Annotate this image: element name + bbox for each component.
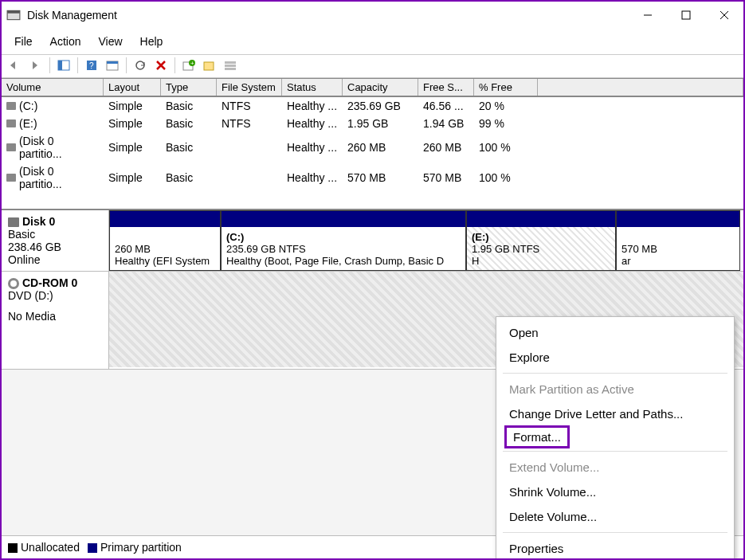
volume-list-body: (C:)SimpleBasicNTFSHealthy ...235.69 GB4… xyxy=(2,97,743,209)
show-hide-tree-button[interactable] xyxy=(55,57,73,74)
header-filesystem[interactable]: File System xyxy=(217,79,282,96)
close-button[interactable] xyxy=(705,2,743,29)
disk-info[interactable]: Disk 0 Basic 238.46 GB Online xyxy=(2,210,109,271)
app-icon xyxy=(6,8,21,22)
volume-row[interactable]: (Disk 0 partitio...SimpleBasicHealthy ..… xyxy=(2,132,743,163)
menubar: FileActionViewHelp xyxy=(2,29,743,55)
header-status[interactable]: Status xyxy=(282,79,343,96)
header-free[interactable]: Free S... xyxy=(418,79,474,96)
volume-row[interactable]: (E:)SimpleBasicNTFSHealthy ...1.95 GB1.9… xyxy=(2,115,743,132)
maximize-button[interactable] xyxy=(667,2,705,29)
forward-button[interactable] xyxy=(27,57,45,74)
drive-icon xyxy=(6,143,16,151)
list-view-button[interactable] xyxy=(222,57,239,74)
context-menu: OpenExploreMark Partition as ActiveChang… xyxy=(496,316,735,560)
disk-name: Disk 0 xyxy=(22,215,55,228)
cdrom-name: CD-ROM 0 xyxy=(22,276,77,289)
header-type[interactable]: Type xyxy=(161,79,217,96)
cdrom-status: No Media xyxy=(8,310,102,323)
menu-view[interactable]: View xyxy=(90,32,130,51)
svg-rect-1 xyxy=(7,10,20,13)
context-menu-format[interactable]: Format... xyxy=(505,426,569,448)
window-root: Disk Management FileActionViewHelp ? + V… xyxy=(0,0,745,560)
partition[interactable]: 260 MBHealthy (EFI System xyxy=(109,210,221,271)
header-volume[interactable]: Volume xyxy=(2,79,104,96)
context-menu-properties[interactable]: Properties xyxy=(496,536,734,560)
svg-rect-19 xyxy=(225,68,236,70)
new-volume-button[interactable]: + xyxy=(180,57,198,74)
partition[interactable]: (E:)1.95 GB NTFSH xyxy=(466,210,616,271)
svg-rect-7 xyxy=(58,61,62,70)
svg-text:+: + xyxy=(190,60,194,67)
disk-row: Disk 0 Basic 238.46 GB Online 260 MBHeal… xyxy=(2,210,743,272)
context-menu-mark-partition-as-active: Mark Partition as Active xyxy=(496,377,734,401)
minimize-button[interactable] xyxy=(629,2,667,29)
format-button[interactable] xyxy=(201,57,218,74)
volume-row[interactable]: (C:)SimpleBasicNTFSHealthy ...235.69 GB4… xyxy=(2,97,743,115)
context-menu-delete-volume[interactable]: Delete Volume... xyxy=(496,504,734,529)
svg-rect-11 xyxy=(107,61,118,64)
disk-partitions: 260 MBHealthy (EFI System(C:)235.69 GB N… xyxy=(109,210,743,271)
cdrom-type: DVD (D:) xyxy=(8,289,102,302)
drive-icon xyxy=(6,119,16,127)
svg-rect-18 xyxy=(225,65,236,67)
volume-list-header: Volume Layout Type File System Status Ca… xyxy=(2,79,743,97)
back-button[interactable] xyxy=(6,57,24,74)
menu-action[interactable]: Action xyxy=(42,32,89,51)
svg-rect-3 xyxy=(682,11,690,19)
cd-icon xyxy=(8,278,19,289)
disk-icon xyxy=(8,217,19,227)
properties-button[interactable] xyxy=(104,57,121,74)
titlebar: Disk Management xyxy=(2,2,743,29)
svg-rect-17 xyxy=(225,61,236,64)
menu-file[interactable]: File xyxy=(6,32,41,51)
refresh-button[interactable] xyxy=(131,57,149,74)
context-menu-change-drive-letter-and-paths[interactable]: Change Drive Letter and Paths... xyxy=(496,401,734,426)
partition[interactable]: 570 MBar xyxy=(616,210,740,271)
context-menu-open[interactable]: Open xyxy=(496,320,734,345)
disk-size: 238.46 GB xyxy=(8,241,102,253)
context-menu-extend-volume: Extend Volume... xyxy=(496,455,734,480)
legend-unallocated: Unallocated xyxy=(8,541,80,554)
disk-status: Online xyxy=(8,253,102,266)
drive-icon xyxy=(6,102,16,110)
context-menu-explore[interactable]: Explore xyxy=(496,345,734,370)
delete-button[interactable] xyxy=(152,57,170,74)
volume-row[interactable]: (Disk 0 partitio...SimpleBasicHealthy ..… xyxy=(2,163,743,193)
svg-rect-16 xyxy=(204,62,214,70)
volume-list: Volume Layout Type File System Status Ca… xyxy=(2,78,743,209)
window-title: Disk Management xyxy=(27,9,117,22)
legend-primary: Primary partition xyxy=(88,541,182,554)
header-pctfree[interactable]: % Free xyxy=(474,79,538,96)
menu-help[interactable]: Help xyxy=(132,32,171,51)
partition[interactable]: (C:)235.69 GB NTFSHealthy (Boot, Page Fi… xyxy=(221,210,466,271)
header-capacity[interactable]: Capacity xyxy=(343,79,418,96)
disk-type: Basic xyxy=(8,228,102,241)
cdrom-info[interactable]: CD-ROM 0 DVD (D:) No Media xyxy=(2,272,109,369)
help-button[interactable]: ? xyxy=(83,57,100,74)
context-menu-shrink-volume[interactable]: Shrink Volume... xyxy=(496,480,734,504)
header-layout[interactable]: Layout xyxy=(104,79,161,96)
drive-icon xyxy=(6,174,16,182)
toolbar: ? + xyxy=(2,55,743,78)
svg-text:?: ? xyxy=(89,61,94,70)
